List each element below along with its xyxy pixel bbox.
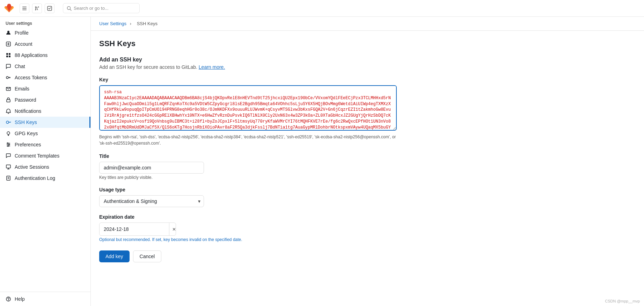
svg-rect-12 — [6, 53, 8, 55]
sidebar-item-label: Chat — [15, 64, 25, 69]
svg-point-25 — [9, 144, 10, 145]
sidebar-bottom: Help — [0, 292, 90, 306]
title-hint: Key titles are publicly visible. — [99, 175, 397, 180]
bell-icon — [6, 108, 11, 114]
sidebar-item-password[interactable]: Password — [0, 94, 90, 105]
svg-point-19 — [6, 121, 9, 124]
cancel-button[interactable]: Cancel — [133, 250, 162, 262]
section-title: Add an SSH key — [99, 57, 397, 63]
breadcrumb-separator: › — [130, 21, 131, 26]
todo-icon[interactable] — [45, 3, 54, 13]
sidebar-item-chat[interactable]: Chat — [0, 61, 90, 72]
sidebar-item-emails[interactable]: Emails — [0, 83, 90, 94]
sidebar-item-preferences[interactable]: Preferences — [0, 139, 90, 150]
title-label: Title — [99, 153, 397, 159]
sidebar-item-account[interactable]: Account — [0, 38, 90, 50]
sidebar-item-label: Account — [15, 41, 32, 47]
token-icon — [6, 75, 11, 80]
sidebar-item-label: 88 Applications — [15, 52, 47, 58]
svg-point-26 — [8, 146, 9, 147]
key-form-group: Key ssh-rsa AAAAB3NzaC1yc2EAAAADAQABAAAC… — [99, 77, 397, 146]
usage-type-select[interactable]: Authentication & Signing Authentication … — [99, 195, 204, 207]
sidebar-item-authentication-log[interactable]: Authentication Log — [0, 173, 90, 184]
watermark: CSDN @mpp__mvp — [605, 299, 640, 303]
svg-rect-1 — [22, 8, 27, 9]
sidebar-item-access-tokens[interactable]: Access Tokens — [0, 72, 90, 83]
merge-request-icon[interactable] — [32, 3, 42, 13]
global-search[interactable]: Search or go to... — [63, 3, 140, 13]
top-bar-icon-group — [20, 3, 54, 13]
date-input-wrapper: ✕ — [99, 223, 176, 236]
gpg-icon — [6, 131, 11, 136]
button-row: Add key Cancel — [99, 250, 397, 262]
breadcrumb-parent[interactable]: User Settings — [99, 21, 126, 26]
breadcrumb: User Settings › SSH Keys — [91, 17, 644, 31]
sidebar-item-label: Access Tokens — [15, 75, 47, 80]
sidebar-item-ssh-keys[interactable]: SSH Keys — [0, 117, 90, 128]
sidebar-item-active-sessions[interactable]: Active Sessions — [0, 161, 90, 173]
svg-rect-15 — [9, 56, 10, 57]
svg-point-24 — [7, 143, 8, 144]
page-title: SSH Keys — [99, 39, 397, 48]
add-key-button[interactable]: Add key — [99, 250, 130, 262]
svg-point-16 — [6, 76, 8, 79]
log-icon — [6, 175, 11, 181]
sidebar-section-label: User settings — [0, 17, 90, 27]
date-input[interactable] — [100, 224, 169, 235]
svg-rect-27 — [6, 165, 10, 168]
content-inner: SSH Keys Add an SSH key Add an SSH key f… — [91, 31, 405, 271]
gitlab-logo[interactable] — [4, 3, 14, 13]
key-label: Key — [99, 77, 397, 82]
person-icon — [6, 30, 11, 36]
apps-icon — [6, 52, 11, 58]
chat-icon — [6, 64, 11, 69]
usage-type-select-wrapper: Authentication & Signing Authentication … — [99, 195, 204, 207]
svg-point-3 — [35, 6, 36, 7]
svg-rect-14 — [6, 56, 8, 57]
expiration-hint: Optional but recommended. If set, key be… — [99, 237, 397, 242]
sliders-icon — [6, 142, 11, 147]
learn-more-link[interactable]: Learn more. — [199, 64, 225, 70]
sidebar-item-label: SSH Keys — [15, 119, 37, 125]
title-input[interactable] — [99, 162, 204, 174]
help-item[interactable]: Help — [6, 296, 85, 302]
usage-type-label: Usage type — [99, 187, 397, 192]
sidebar-item-notifications[interactable]: Notifications — [0, 105, 90, 117]
sidebar-item-label: Emails — [15, 86, 29, 92]
sidebar-item-comment-templates[interactable]: Comment Templates — [0, 150, 90, 161]
sidebar-toggle-icon[interactable] — [20, 3, 29, 13]
breadcrumb-current: SSH Keys — [137, 21, 158, 26]
search-placeholder: Search or go to... — [74, 6, 109, 11]
help-icon — [6, 296, 11, 302]
svg-rect-2 — [22, 9, 27, 10]
comment-icon — [6, 153, 11, 159]
expiration-label: Expiration date — [99, 214, 397, 220]
svg-rect-13 — [9, 53, 10, 55]
svg-rect-18 — [7, 100, 10, 102]
sidebar-item-label: GPG Keys — [15, 131, 38, 136]
sidebar-item-label: Active Sessions — [15, 164, 49, 170]
sidebar-item-label: Notifications — [15, 108, 41, 114]
top-bar: Search or go to... — [0, 0, 644, 17]
section-subtitle-text: Add an SSH key for secure access to GitL… — [99, 64, 197, 70]
key-icon — [6, 119, 11, 125]
clear-date-button[interactable]: ✕ — [169, 223, 176, 235]
main-layout: User settings Profile Account 88 Applica… — [0, 17, 644, 306]
key-textarea[interactable]: ssh-rsa AAAAB3NzaC1yc2EAAAADAQABAAACAAQD… — [99, 85, 397, 131]
sidebar-item-label: Password — [15, 97, 36, 103]
svg-rect-28 — [7, 176, 10, 180]
svg-point-4 — [35, 9, 36, 10]
sidebar-item-applications[interactable]: 88 Applications — [0, 50, 90, 61]
account-icon — [6, 41, 11, 47]
help-label: Help — [15, 296, 25, 302]
sidebar-item-label: Authentication Log — [15, 175, 55, 181]
content-area: User Settings › SSH Keys SSH Keys Add an… — [91, 17, 644, 306]
expiration-form-group: Expiration date ✕ Optional but recommend… — [99, 214, 397, 242]
password-icon — [6, 97, 11, 103]
email-icon — [6, 86, 11, 92]
usage-type-form-group: Usage type Authentication & Signing Auth… — [99, 187, 397, 207]
search-icon — [67, 6, 72, 11]
sidebar-item-gpg-keys[interactable]: GPG Keys — [0, 128, 90, 139]
sidebar-item-profile[interactable]: Profile — [0, 27, 90, 38]
svg-line-9 — [70, 9, 72, 10]
